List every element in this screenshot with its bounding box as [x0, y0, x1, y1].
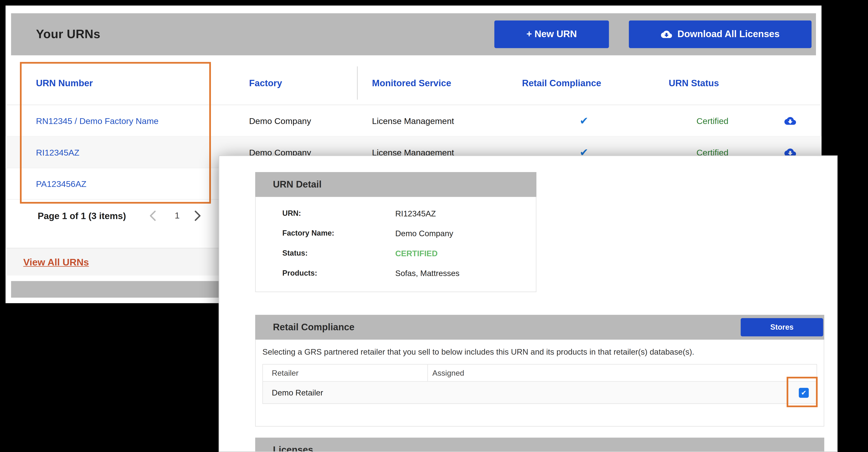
chevron-right-icon[interactable] — [190, 209, 204, 222]
assigned-checkbox[interactable]: ✔ — [799, 388, 809, 398]
screen: Your URNs + New URN Download All License… — [0, 0, 868, 452]
field-value-factory-name: Demo Company — [395, 223, 453, 244]
field-label-status: Status: — [282, 244, 308, 263]
detail-field-row: Factory Name: Demo Company — [256, 223, 536, 244]
urn-link[interactable]: PA123456AZ — [36, 168, 86, 200]
field-label-products: Products: — [282, 263, 317, 284]
urn-detail-overlay-panel: URN Detail URN: RI12345AZ Factory Name: … — [219, 156, 838, 452]
retailer-row: Demo Retailer ✔ — [262, 382, 817, 404]
header-retailer: Retailer — [263, 364, 428, 381]
field-value-urn: RI12345AZ — [395, 204, 436, 224]
retailer-table-header-row: Retailer Assigned — [262, 364, 817, 382]
field-value-products: Sofas, Mattresses — [395, 263, 459, 284]
pagination-page-number[interactable]: 1 — [170, 204, 184, 228]
status-cell: Certified — [657, 105, 768, 137]
chevron-left-icon[interactable] — [147, 209, 160, 222]
urn-detail-title: URN Detail — [273, 172, 321, 197]
retail-compliance-header-bar: Retail Compliance Stores — [255, 315, 825, 340]
header-urn-number: URN Number — [36, 61, 93, 105]
retail-compliance-description: Selecting a GRS partnered retailer that … — [262, 347, 805, 356]
new-urn-button[interactable]: + New URN — [494, 21, 609, 48]
retail-compliance-body: Selecting a GRS partnered retailer that … — [255, 340, 825, 427]
urn-detail-body: URN: RI12345AZ Factory Name: Demo Compan… — [255, 197, 536, 292]
urn-detail-section: URN Detail URN: RI12345AZ Factory Name: … — [255, 172, 536, 292]
cloud-download-icon — [661, 29, 672, 40]
detail-field-row: URN: RI12345AZ — [256, 204, 536, 224]
urn-link[interactable]: RN12345 / Demo Factory Name — [36, 105, 158, 137]
header-monitored-service: Monitored Service — [372, 61, 451, 105]
new-urn-button-label: + New URN — [526, 29, 577, 40]
licenses-title: Licenses — [273, 438, 313, 452]
field-label-urn: URN: — [282, 204, 301, 224]
your-urns-header-bar: Your URNs + New URN Download All License… — [11, 13, 816, 55]
view-all-urns-link[interactable]: View All URNs — [23, 248, 89, 276]
download-all-licenses-button[interactable]: Download All Licenses — [629, 21, 811, 48]
header-factory: Factory — [249, 61, 282, 105]
check-icon: ✔ — [540, 105, 628, 137]
header-urn-status: URN Status — [669, 61, 719, 105]
urn-link[interactable]: RI12345AZ — [36, 136, 79, 168]
urn-detail-header-bar: URN Detail — [255, 172, 536, 197]
stores-button[interactable]: Stores — [741, 318, 823, 336]
your-urns-title: Your URNs — [36, 13, 100, 55]
retailer-name-cell: Demo Retailer — [263, 382, 428, 403]
detail-field-row: Status: CERTIFIED — [256, 244, 536, 263]
header-column-divider — [357, 66, 358, 100]
pagination: Page 1 of 1 (3 items) 1 — [6, 204, 244, 228]
pagination-summary: Page 1 of 1 (3 items) — [37, 204, 126, 228]
row-download-license-icon[interactable] — [778, 105, 802, 137]
stores-button-label: Stores — [770, 323, 794, 331]
service-cell: License Management — [372, 105, 454, 137]
licenses-header-bar: Licenses — [255, 438, 825, 452]
detail-field-row: Products: Sofas, Mattresses — [256, 263, 536, 284]
table-row: RN12345 / Demo Factory Name Demo Company… — [6, 105, 822, 137]
header-assigned: Assigned — [428, 364, 816, 381]
licenses-section: Licenses — [255, 438, 825, 452]
urns-table-header-row: URN Number Factory Monitored Service Ret… — [6, 61, 822, 105]
retailer-table: Retailer Assigned Demo Retailer ✔ — [262, 364, 817, 404]
field-value-status: CERTIFIED — [395, 244, 437, 263]
field-label-factory-name: Factory Name: — [282, 223, 334, 244]
factory-cell: Demo Company — [249, 105, 311, 137]
retail-compliance-title: Retail Compliance — [273, 315, 354, 340]
retail-compliance-section: Retail Compliance Stores Selecting a GRS… — [255, 315, 825, 427]
header-retail-compliance: Retail Compliance — [522, 61, 601, 105]
download-all-licenses-label: Download All Licenses — [678, 29, 780, 40]
